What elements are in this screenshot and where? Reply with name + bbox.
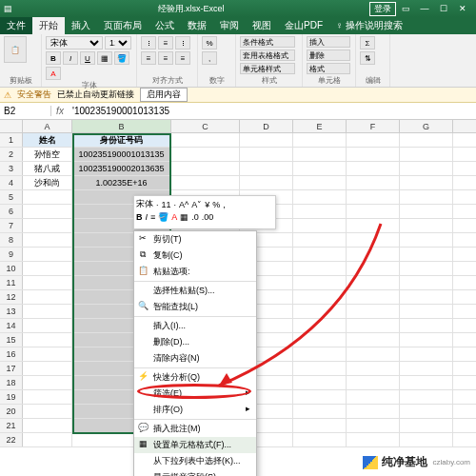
cell-F17[interactable]	[347, 362, 400, 375]
col-G[interactable]: G	[400, 120, 453, 132]
mini-money-icon[interactable]: ¥	[205, 200, 209, 209]
cell-F7[interactable]	[347, 219, 400, 232]
cell-B1[interactable]: 身份证号码	[72, 133, 171, 147]
menu-item[interactable]: ▦设置单元格格式(F)...	[134, 437, 256, 453]
cellstyle-button[interactable]: 单元格样式	[240, 63, 295, 74]
cell-A4[interactable]: 沙和尚	[23, 176, 72, 189]
col-B[interactable]: B	[72, 120, 171, 132]
col-D[interactable]: D	[240, 120, 293, 132]
mini-bold-button[interactable]: B	[136, 212, 143, 222]
menu-item[interactable]: ✂剪切(T)	[134, 231, 256, 248]
mini-size[interactable]: 11	[162, 200, 171, 209]
cell-F20[interactable]	[347, 405, 400, 418]
fontcolor-button[interactable]: A	[46, 67, 61, 80]
cell-G3[interactable]	[400, 162, 453, 175]
formula-input[interactable]: '100235190001013135	[69, 106, 476, 116]
cell-G21[interactable]	[400, 419, 453, 432]
font-select[interactable]: 宋体	[46, 36, 103, 50]
italic-button[interactable]: I	[63, 51, 78, 65]
mini-shrink-icon[interactable]: A˅	[191, 200, 202, 209]
menu-item[interactable]: 排序(O)▸	[134, 402, 256, 418]
tab-pdf[interactable]: 金山PDF	[278, 17, 329, 34]
menu-item[interactable]: 删除(D)...	[134, 334, 256, 350]
menu-item[interactable]: 📋粘贴选项:	[134, 264, 256, 280]
cell-F14[interactable]	[347, 319, 400, 332]
cell-F10[interactable]	[347, 262, 400, 275]
menu-item[interactable]: 从下拉列表中选择(K)...	[134, 453, 256, 469]
cell-A21[interactable]	[23, 419, 72, 432]
row-header[interactable]: 10	[0, 262, 23, 275]
col-C[interactable]: C	[171, 120, 240, 132]
cell-E5[interactable]	[293, 190, 347, 204]
row-header[interactable]: 7	[0, 219, 23, 232]
cell-G22[interactable]	[400, 433, 453, 446]
row-header[interactable]: 14	[0, 319, 23, 332]
cell-F21[interactable]	[347, 419, 400, 432]
align-left-button[interactable]: ≡	[141, 51, 156, 65]
cell-F1[interactable]	[347, 133, 400, 147]
cell-F18[interactable]	[347, 376, 400, 389]
menu-item[interactable]: 插入(I)...	[134, 318, 256, 334]
cell-F22[interactable]	[347, 433, 400, 446]
cell-E15[interactable]	[293, 333, 347, 347]
cell-G12[interactable]	[400, 290, 453, 304]
cell-E3[interactable]	[293, 162, 347, 175]
cell-F2[interactable]	[347, 148, 400, 161]
cell-B4[interactable]: 1.00235E+16	[72, 176, 171, 189]
mini-align-button[interactable]: ≡	[150, 212, 155, 222]
cell-G2[interactable]	[400, 148, 453, 161]
tab-search[interactable]: ♀ 操作说明搜索	[329, 17, 409, 34]
cell-G9[interactable]	[400, 248, 453, 261]
cell-A18[interactable]	[23, 376, 72, 389]
cell-B3[interactable]: 100235190002013635	[72, 162, 171, 175]
menu-item[interactable]: 筛选(E)▸	[134, 386, 256, 402]
cell-E22[interactable]	[293, 433, 347, 446]
cell-A11[interactable]	[23, 276, 72, 289]
cell-C3[interactable]	[171, 162, 240, 175]
insert-button[interactable]: 插入	[307, 36, 350, 48]
cell-A6[interactable]	[23, 205, 72, 218]
cell-E6[interactable]	[293, 205, 347, 218]
menu-item[interactable]: 💬插入批注(M)	[134, 421, 256, 437]
mini-border-button[interactable]: ▦	[180, 212, 188, 222]
cell-A13[interactable]	[23, 305, 72, 318]
menu-item[interactable]: 选择性粘贴(S)...	[134, 283, 256, 299]
mini-font[interactable]: 宋体	[136, 198, 153, 210]
bold-button[interactable]: B	[46, 51, 61, 65]
cell-D3[interactable]	[240, 162, 293, 175]
sort-button[interactable]: ⇅	[360, 51, 375, 65]
row-header[interactable]: 12	[0, 290, 23, 304]
cell-G19[interactable]	[400, 390, 453, 404]
ribbon-opts-icon[interactable]: ▭	[396, 4, 415, 13]
mini-grow-icon[interactable]: A^	[179, 200, 188, 209]
cell-F11[interactable]	[347, 276, 400, 289]
cell-G4[interactable]	[400, 176, 453, 189]
cell-F16[interactable]	[347, 347, 400, 361]
cell-G10[interactable]	[400, 262, 453, 275]
tab-home[interactable]: 开始	[32, 17, 65, 34]
cell-E13[interactable]	[293, 305, 347, 318]
align-center-button[interactable]: ≡	[158, 51, 173, 65]
cell-A3[interactable]: 猪八戒	[23, 162, 72, 175]
close-icon[interactable]: ✕	[453, 4, 472, 13]
maximize-icon[interactable]: ☐	[434, 4, 453, 13]
cell-F4[interactable]	[347, 176, 400, 189]
paste-button[interactable]: 📋	[4, 36, 27, 63]
cell-A5[interactable]	[23, 190, 72, 204]
cell-F19[interactable]	[347, 390, 400, 404]
cell-A8[interactable]	[23, 233, 72, 247]
cell-E18[interactable]	[293, 376, 347, 389]
border-button[interactable]: ▦	[97, 51, 112, 65]
select-all-corner[interactable]	[0, 120, 23, 132]
cell-C4[interactable]	[171, 176, 240, 189]
cell-E2[interactable]	[293, 148, 347, 161]
mini-italic-button[interactable]: I	[146, 212, 149, 222]
cell-E19[interactable]	[293, 390, 347, 404]
cell-G20[interactable]	[400, 405, 453, 418]
row-header[interactable]: 19	[0, 390, 23, 404]
tab-review[interactable]: 审阅	[213, 17, 246, 34]
cell-G8[interactable]	[400, 233, 453, 247]
row-header[interactable]: 11	[0, 276, 23, 289]
cell-F8[interactable]	[347, 233, 400, 247]
login-button[interactable]: 登录	[369, 2, 396, 16]
